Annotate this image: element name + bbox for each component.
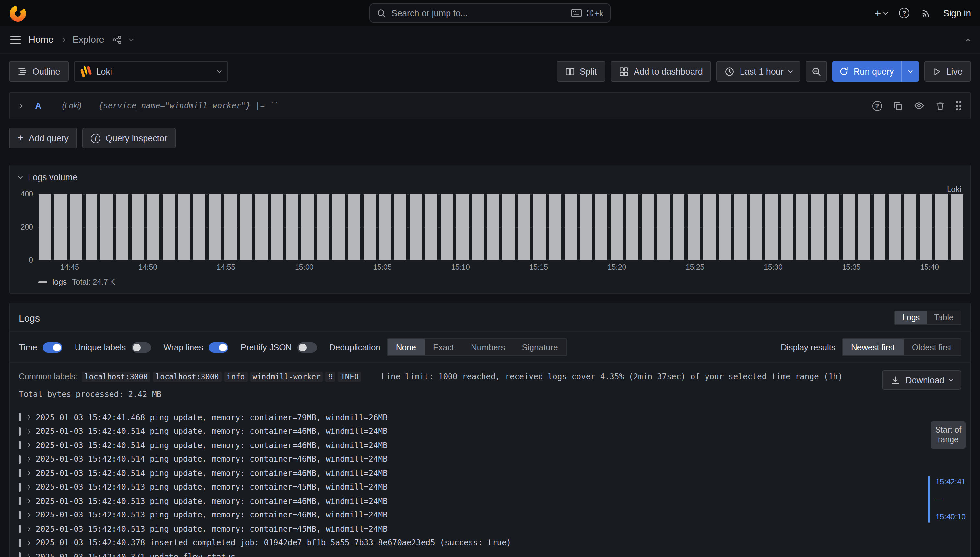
order-option[interactable]: Newest first [843, 339, 904, 355]
expand-row-icon[interactable] [26, 526, 31, 531]
share-icon[interactable] [112, 35, 122, 44]
query-editor-row[interactable]: A (Loki) {service_name="windmill-worker"… [9, 92, 971, 119]
collapse-panel-button[interactable] [966, 35, 970, 44]
legend-label[interactable]: logs [52, 277, 67, 287]
log-level-indicator [19, 483, 21, 492]
x-tick-label: 14:50 [139, 263, 158, 271]
x-tick-label: 15:25 [686, 263, 705, 271]
log-row[interactable]: 2025-01-03 15:42:40.371 update flow stat… [19, 550, 961, 557]
toggle-switch[interactable] [297, 342, 317, 352]
volume-bar [518, 194, 530, 260]
volume-bar [379, 194, 391, 260]
drag-handle-icon[interactable] [956, 101, 961, 110]
apps-grid-icon [619, 67, 629, 76]
volume-bar [240, 194, 252, 260]
log-row[interactable]: 2025-01-03 15:42:40.514 ping update, mem… [19, 438, 961, 452]
split-button[interactable]: Split [556, 61, 605, 82]
view-option[interactable]: Logs [895, 311, 927, 324]
volume-bar [178, 194, 190, 260]
log-level-indicator [19, 525, 21, 533]
log-row[interactable]: 2025-01-03 15:42:41.468 ping update, mem… [19, 410, 961, 424]
volume-bar [843, 194, 855, 260]
plot-area[interactable] [38, 194, 964, 260]
run-query-options-button[interactable] [901, 61, 919, 82]
expand-row-icon[interactable] [26, 498, 31, 503]
query-inspector-button[interactable]: i Query inspector [82, 128, 176, 148]
x-tick-label: 15:15 [530, 263, 548, 271]
log-line-text: 2025-01-03 15:42:40.514 ping update, mem… [36, 469, 388, 478]
expand-row-icon[interactable] [26, 485, 31, 489]
dedup-option[interactable]: Signature [514, 339, 567, 355]
add-query-button[interactable]: + Add query [9, 128, 77, 148]
dedup-option[interactable]: None [388, 339, 424, 355]
datasource-picker[interactable]: Loki [74, 61, 228, 82]
eye-icon[interactable] [913, 101, 924, 111]
logs-table-switch: LogsTable [894, 311, 961, 325]
log-level-indicator [19, 469, 21, 477]
dedup-option[interactable]: Numbers [462, 339, 514, 355]
order-option[interactable]: Oldest first [904, 339, 960, 355]
expand-row-icon[interactable] [26, 429, 31, 433]
copy-icon[interactable] [893, 101, 902, 111]
toggle-control[interactable]: Wrap lines [163, 342, 228, 352]
download-button[interactable]: Download [882, 370, 961, 390]
x-tick-label: 15:10 [451, 263, 470, 271]
breadcrumb-actions-chevron-icon[interactable] [129, 36, 133, 41]
log-row[interactable]: 2025-01-03 15:42:40.513 ping update, mem… [19, 480, 961, 494]
toggle-control[interactable]: Prettify JSON [241, 342, 317, 352]
expand-row-icon[interactable] [26, 541, 31, 545]
logs-volume-header[interactable]: Logs volume [10, 165, 970, 184]
view-option[interactable]: Table [927, 311, 960, 324]
info-icon: i [91, 133, 101, 143]
log-row[interactable]: 2025-01-03 15:42:40.514 ping update, mem… [19, 424, 961, 438]
label-chip: localhost:3000 [153, 371, 221, 382]
help-button[interactable]: ? [899, 8, 909, 18]
time-range-picker[interactable]: Last 1 hour [717, 61, 800, 82]
volume-bar [781, 194, 793, 260]
new-menu-button[interactable]: + [875, 7, 887, 18]
expand-row-icon[interactable] [26, 415, 31, 420]
run-query-button[interactable]: Run query [832, 61, 901, 82]
volume-bar [193, 194, 206, 260]
loaded-range-indicator: 15:42:41 — 15:40:10 [928, 476, 966, 523]
news-icon[interactable] [921, 8, 931, 18]
x-tick-label: 15:30 [764, 263, 783, 271]
expand-row-icon[interactable] [26, 471, 31, 475]
log-line-text: 2025-01-03 15:42:40.513 ping update, mem… [36, 483, 388, 492]
log-row[interactable]: 2025-01-03 15:42:40.514 ping update, mem… [19, 452, 961, 466]
expand-row-icon[interactable] [26, 554, 31, 557]
toggle-control[interactable]: Unique labels [75, 342, 151, 352]
expand-row-icon[interactable] [26, 513, 31, 517]
grafana-logo[interactable] [9, 4, 26, 22]
zoom-out-button[interactable] [806, 61, 827, 82]
log-row[interactable]: 2025-01-03 15:42:40.513 ping update, mem… [19, 522, 961, 536]
query-help-icon[interactable]: ? [872, 101, 882, 111]
expand-row-icon[interactable] [26, 457, 31, 461]
toggle-switch[interactable] [209, 342, 229, 352]
dedup-options: NoneExactNumbersSignature [387, 339, 567, 356]
volume-bar [564, 194, 577, 260]
volume-bar [549, 194, 561, 260]
breadcrumb-home[interactable]: Home [29, 34, 54, 45]
trash-icon[interactable] [935, 101, 945, 111]
live-button[interactable]: Live [924, 61, 971, 82]
log-row[interactable]: 2025-01-03 15:42:40.513 ping update, mem… [19, 508, 961, 522]
search-input[interactable]: Search or jump to... ⌘+k [369, 3, 611, 23]
log-row[interactable]: 2025-01-03 15:42:40.514 ping update, mem… [19, 466, 961, 480]
log-row[interactable]: 2025-01-03 15:42:40.513 ping update, mem… [19, 494, 961, 508]
log-level-indicator [19, 427, 21, 436]
expand-row-icon[interactable] [26, 443, 31, 448]
menu-toggle-icon[interactable] [10, 35, 21, 44]
toggle-control[interactable]: Time [19, 342, 63, 352]
add-to-dashboard-button[interactable]: Add to dashboard [611, 61, 711, 82]
toggle-switch[interactable] [43, 342, 63, 352]
dedup-option[interactable]: Exact [424, 339, 462, 355]
collapse-section-icon[interactable] [18, 174, 23, 179]
expand-query-icon[interactable] [18, 103, 23, 108]
toggle-switch[interactable] [132, 342, 151, 352]
plus-icon: + [875, 7, 881, 18]
outline-button[interactable]: Outline [9, 61, 69, 82]
sign-in-link[interactable]: Sign in [943, 8, 971, 18]
total-bytes-text: Total bytes processed: 2.42 MB [19, 390, 873, 399]
log-row[interactable]: 2025-01-03 15:42:40.378 inserted complet… [19, 536, 961, 550]
